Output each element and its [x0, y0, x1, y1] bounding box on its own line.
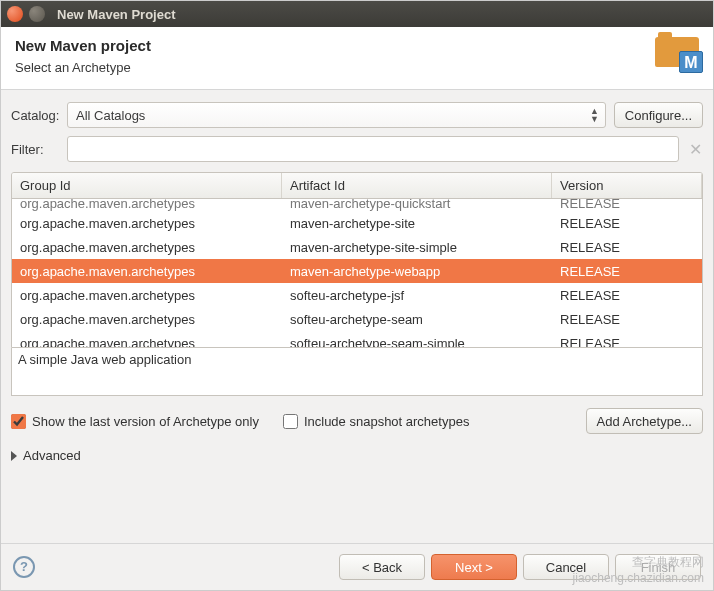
finish-button: Finish [615, 554, 701, 580]
clear-filter-icon[interactable]: ✕ [687, 140, 703, 159]
maven-icon: M [655, 37, 699, 77]
filter-input[interactable] [67, 136, 679, 162]
checkbox-label: Show the last version of Archetype only [32, 414, 259, 429]
window-title: New Maven Project [57, 7, 176, 22]
catalog-label: Catalog: [11, 108, 67, 123]
next-button[interactable]: Next > [431, 554, 517, 580]
triangle-right-icon [11, 451, 17, 461]
show-last-version-checkbox[interactable]: Show the last version of Archetype only [11, 414, 259, 429]
configure-button[interactable]: Configure... [614, 102, 703, 128]
advanced-expander[interactable]: Advanced [11, 448, 703, 463]
back-button[interactable]: < Back [339, 554, 425, 580]
table-row[interactable]: org.apache.maven.archetypesmaven-archety… [12, 259, 702, 283]
table-header: Group Id Artifact Id Version [12, 173, 702, 199]
table-row[interactable]: org.apache.maven.archetypessofteu-archet… [12, 283, 702, 307]
page-title: New Maven project [15, 37, 151, 54]
advanced-label: Advanced [23, 448, 81, 463]
filter-label: Filter: [11, 142, 67, 157]
table-row[interactable]: org.apache.maven.archetypessofteu-archet… [12, 331, 702, 347]
checkbox-input[interactable] [11, 414, 26, 429]
wizard-header: New Maven project Select an Archetype M [1, 27, 713, 90]
include-snapshot-checkbox[interactable]: Include snapshot archetypes [283, 414, 470, 429]
help-icon[interactable]: ? [13, 556, 35, 578]
checkbox-label: Include snapshot archetypes [304, 414, 470, 429]
table-row[interactable]: org.apache.maven.archetypesmaven-archety… [12, 199, 702, 211]
column-artifact-id[interactable]: Artifact Id [282, 173, 552, 198]
wizard-footer: ? < Back Next > Cancel Finish [1, 543, 713, 590]
close-icon[interactable] [7, 6, 23, 22]
catalog-select[interactable]: All Catalogs ▲▼ [67, 102, 606, 128]
catalog-selected-value: All Catalogs [76, 108, 145, 123]
window-titlebar: New Maven Project [1, 1, 713, 27]
chevron-updown-icon: ▲▼ [590, 107, 599, 123]
archetype-table: Group Id Artifact Id Version org.apache.… [11, 172, 703, 348]
table-row[interactable]: org.apache.maven.archetypessofteu-archet… [12, 307, 702, 331]
page-subtitle: Select an Archetype [15, 60, 151, 75]
checkbox-input[interactable] [283, 414, 298, 429]
cancel-button[interactable]: Cancel [523, 554, 609, 580]
column-group-id[interactable]: Group Id [12, 173, 282, 198]
add-archetype-button[interactable]: Add Archetype... [586, 408, 703, 434]
archetype-description: A simple Java web application [11, 348, 703, 396]
column-version[interactable]: Version [552, 173, 702, 198]
table-row[interactable]: org.apache.maven.archetypesmaven-archety… [12, 235, 702, 259]
table-row[interactable]: org.apache.maven.archetypesmaven-archety… [12, 211, 702, 235]
minimize-icon[interactable] [29, 6, 45, 22]
